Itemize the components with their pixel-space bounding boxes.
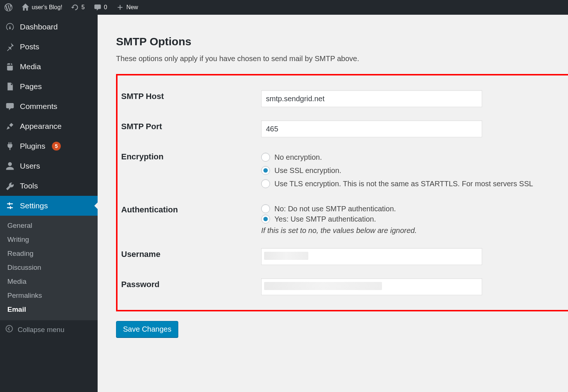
encryption-none-label: No encryption.: [274, 153, 322, 162]
collapse-label: Collapse menu: [18, 326, 64, 334]
plus-icon: [116, 3, 124, 11]
label-password: Password: [121, 272, 261, 302]
sidebar-item-users[interactable]: Users: [0, 156, 98, 176]
label-username: Username: [121, 241, 261, 272]
sidebar-item-media[interactable]: Media: [0, 57, 98, 77]
auth-no-radio[interactable]: [261, 204, 270, 213]
collapse-icon: [5, 325, 13, 335]
page-title: SMTP Options: [116, 35, 557, 48]
admin-bar: user's Blog! 5 0 New: [0, 0, 568, 15]
auth-no-label: No: Do not use SMTP authentication.: [274, 205, 396, 213]
comments-icon: [5, 102, 15, 111]
sidebar-item-label: Plugins: [20, 142, 45, 151]
wordpress-icon: [4, 3, 13, 11]
updates-count: 5: [81, 4, 85, 11]
site-name[interactable]: user's Blog!: [17, 0, 67, 15]
site-title-text: user's Blog!: [32, 4, 62, 11]
sidebar-item-pages[interactable]: Pages: [0, 77, 98, 96]
sidebar-item-dashboard[interactable]: Dashboard: [0, 15, 98, 37]
new-content[interactable]: New: [112, 0, 143, 15]
sidebar-item-label: Settings: [20, 201, 48, 210]
sidebar-item-label: Dashboard: [20, 22, 58, 31]
settings-icon: [5, 201, 15, 211]
smtp-host-input[interactable]: [261, 90, 482, 107]
comments[interactable]: 0: [89, 0, 112, 15]
sidebar-item-label: Comments: [20, 102, 57, 111]
encryption-tls-radio[interactable]: [261, 179, 270, 188]
label-smtp-host: SMTP Host: [121, 84, 261, 114]
page-description: These options only apply if you have cho…: [116, 54, 557, 63]
encryption-none-radio[interactable]: [261, 153, 270, 162]
sidebar-item-label: Tools: [20, 181, 38, 190]
sidebar-item-label: Users: [20, 162, 40, 170]
password-input[interactable]: [261, 278, 482, 295]
highlight-box: SMTP Host SMTP Port Encryption: [116, 74, 568, 311]
submenu-permalinks[interactable]: Permalinks: [0, 289, 98, 303]
encryption-tls-label: Use TLS encryption. This is not the same…: [274, 180, 533, 188]
media-icon: [5, 62, 15, 71]
submenu-general[interactable]: General: [0, 219, 98, 233]
auth-yes-label: Yes: Use SMTP authentication.: [274, 215, 376, 223]
appearance-icon: [5, 121, 15, 131]
label-encryption: Encryption: [121, 144, 261, 197]
updates[interactable]: 5: [67, 0, 89, 15]
sidebar-item-comments[interactable]: Comments: [0, 96, 98, 116]
sidebar-item-label: Posts: [20, 42, 39, 51]
home-icon: [21, 3, 29, 11]
auth-yes-radio[interactable]: [261, 215, 270, 223]
encryption-tls-option[interactable]: Use TLS encryption. This is not the same…: [261, 177, 561, 190]
encryption-ssl-option[interactable]: Use SSL encryption.: [261, 164, 561, 177]
admin-sidebar: Dashboard Posts Media Pages Comments App…: [0, 15, 98, 392]
pages-icon: [5, 82, 15, 91]
plugins-update-badge: 5: [52, 142, 61, 151]
wp-logo[interactable]: [0, 0, 17, 15]
auth-hint: If this is set to no, the values below a…: [261, 226, 561, 235]
collapse-menu[interactable]: Collapse menu: [0, 320, 98, 339]
auth-no-option[interactable]: No: Do not use SMTP authentication.: [261, 204, 561, 214]
settings-submenu: General Writing Reading Discussion Media…: [0, 216, 98, 320]
submenu-writing[interactable]: Writing: [0, 233, 98, 247]
encryption-ssl-radio[interactable]: [261, 166, 270, 175]
sidebar-item-label: Appearance: [20, 122, 62, 131]
submenu-reading[interactable]: Reading: [0, 247, 98, 261]
encryption-ssl-label: Use SSL encryption.: [274, 166, 341, 175]
comment-icon: [94, 3, 102, 11]
save-changes-button[interactable]: Save Changes: [116, 321, 178, 338]
username-input[interactable]: [261, 248, 482, 265]
users-icon: [5, 161, 15, 171]
smtp-form-table: SMTP Host SMTP Port Encryption: [121, 84, 561, 302]
refresh-icon: [71, 3, 79, 11]
sidebar-item-appearance[interactable]: Appearance: [0, 116, 98, 136]
submenu-email[interactable]: Email: [0, 303, 98, 317]
comments-count: 0: [104, 4, 107, 11]
submenu-media[interactable]: Media: [0, 275, 98, 289]
sidebar-item-tools[interactable]: Tools: [0, 176, 98, 196]
submenu-discussion[interactable]: Discussion: [0, 261, 98, 275]
label-authentication: Authentication: [121, 197, 261, 241]
sidebar-item-plugins[interactable]: Plugins 5: [0, 136, 98, 156]
sidebar-item-posts[interactable]: Posts: [0, 37, 98, 57]
svg-point-0: [6, 325, 13, 332]
encryption-none-option[interactable]: No encryption.: [261, 151, 561, 164]
sidebar-item-settings[interactable]: Settings: [0, 196, 98, 216]
new-label: New: [126, 4, 138, 11]
sidebar-item-label: Media: [20, 62, 41, 71]
label-smtp-port: SMTP Port: [121, 114, 261, 144]
pushpin-icon: [5, 42, 15, 52]
dashboard-icon: [5, 22, 15, 32]
main-content: SMTP Options These options only apply if…: [98, 15, 568, 392]
auth-yes-option[interactable]: Yes: Use SMTP authentication.: [261, 214, 561, 224]
tools-icon: [5, 181, 15, 191]
smtp-port-input[interactable]: [261, 120, 482, 137]
sidebar-item-label: Pages: [20, 82, 42, 91]
plugins-icon: [5, 141, 15, 151]
